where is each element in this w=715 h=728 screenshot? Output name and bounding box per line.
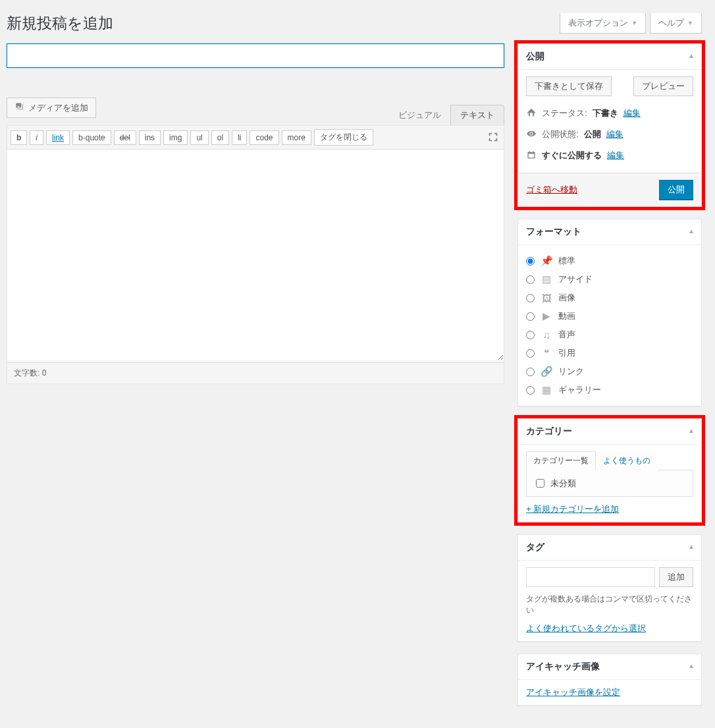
popular-tags-link[interactable]: よく使われているタグから選択 [526, 623, 646, 633]
toggle-icon[interactable]: ▲ [688, 543, 695, 550]
qt-del[interactable]: del [114, 130, 136, 145]
format-radio[interactable] [526, 275, 535, 284]
format-radio[interactable] [526, 368, 535, 376]
save-draft-button[interactable]: 下書きとして保存 [526, 76, 612, 96]
category-box-title: カテゴリー ▲ [518, 419, 701, 445]
format-label: 画像 [558, 292, 575, 304]
post-title-input[interactable] [7, 43, 504, 68]
format-icon: 🖼 [540, 291, 553, 304]
word-count: 文字数: 0 [7, 362, 504, 383]
tab-visual[interactable]: ビジュアル [388, 105, 450, 125]
format-radio[interactable] [526, 294, 535, 302]
format-option[interactable]: ♫音声 [526, 325, 693, 344]
set-featured-image-link[interactable]: アイキャッチ画像を設定 [526, 687, 620, 697]
visibility-label: 公開状態: [542, 128, 579, 140]
status-edit-link[interactable]: 編集 [623, 107, 641, 119]
visibility-edit-link[interactable]: 編集 [606, 128, 623, 140]
format-option[interactable]: 🔗リンク [526, 362, 693, 381]
format-label: 音声 [558, 329, 575, 341]
category-item[interactable]: 未分類 [533, 477, 686, 490]
format-label: リンク [558, 366, 584, 378]
schedule-edit-link[interactable]: 編集 [607, 150, 624, 161]
featured-image-box: アイキャッチ画像 ▲ アイキャッチ画像を設定 [517, 654, 702, 706]
format-radio[interactable] [526, 386, 535, 395]
format-option[interactable]: 📌標準 [526, 252, 693, 270]
caret-down-icon: ▼ [687, 20, 693, 26]
help-button[interactable]: ヘルプ ▼ [650, 13, 702, 34]
format-radio[interactable] [526, 349, 535, 358]
qt-ul[interactable]: ul [190, 130, 208, 145]
format-label: 動画 [558, 310, 575, 322]
format-box-title: フォーマット ▲ [518, 219, 701, 245]
add-new-category-link[interactable]: + 新規カテゴリーを追加 [526, 504, 619, 514]
status-label: ステータス: [542, 107, 587, 119]
tags-hint: タグが複数ある場合はコンマで区切ってください [526, 594, 693, 616]
quicktags-toolbar: b i link b-quote del ins img ul ol li co… [7, 126, 504, 150]
tags-box-title: タグ ▲ [518, 535, 701, 561]
eye-icon [526, 129, 537, 140]
qt-bold[interactable]: b [11, 130, 27, 145]
format-label: 引用 [558, 347, 575, 359]
qt-ins[interactable]: ins [139, 130, 161, 145]
qt-more[interactable]: more [282, 130, 311, 145]
category-tab-popular[interactable]: よく使うもの [596, 451, 658, 470]
format-label: ギャラリー [558, 384, 601, 396]
format-label: アサイド [558, 273, 593, 285]
category-checkbox[interactable] [536, 479, 544, 488]
toggle-icon[interactable]: ▲ [688, 662, 695, 669]
pin-icon [526, 108, 537, 119]
format-icon: ▦ [540, 383, 553, 397]
fullscreen-icon[interactable] [487, 131, 500, 144]
toggle-icon[interactable]: ▲ [688, 52, 695, 59]
qt-li[interactable]: li [232, 130, 247, 145]
tags-box: タグ ▲ 追加 タグが複数ある場合はコンマで区切ってください よく使われているタ… [517, 534, 702, 642]
format-icon: ▶ [540, 310, 553, 323]
tab-text[interactable]: テキスト [450, 105, 504, 125]
qt-italic[interactable]: i [30, 130, 43, 145]
qt-ol[interactable]: ol [211, 130, 229, 145]
category-tab-all[interactable]: カテゴリー一覧 [526, 451, 596, 470]
qt-bquote[interactable]: b-quote [72, 130, 111, 145]
screen-options-button[interactable]: 表示オプション ▼ [560, 13, 646, 34]
toggle-icon[interactable]: ▲ [688, 427, 695, 434]
publish-button[interactable]: 公開 [659, 180, 693, 200]
format-radio[interactable] [526, 312, 535, 321]
format-icon: ♫ [540, 328, 553, 341]
format-icon: ❝ [540, 347, 553, 360]
status-value: 下書き [593, 107, 618, 119]
move-to-trash-link[interactable]: ゴミ箱へ移動 [526, 184, 577, 196]
post-content-textarea[interactable] [7, 150, 504, 360]
format-option[interactable]: ▤アサイド [526, 270, 693, 289]
screen-options-label: 表示オプション [568, 17, 628, 29]
format-option[interactable]: ▦ギャラリー [526, 381, 693, 399]
tag-input[interactable] [526, 567, 655, 587]
format-radio[interactable] [526, 331, 535, 339]
format-icon: ▤ [540, 273, 553, 286]
format-radio[interactable] [526, 257, 535, 266]
media-icon [14, 101, 25, 114]
format-label: 標準 [558, 255, 575, 267]
qt-img[interactable]: img [163, 130, 188, 145]
format-box: フォーマット ▲ 📌標準▤アサイド🖼画像▶動画♫音声❝引用🔗リンク▦ギャラリー [517, 219, 702, 406]
add-tag-button[interactable]: 追加 [659, 567, 693, 587]
category-box: カテゴリー ▲ カテゴリー一覧 よく使うもの 未分類 + 新規カテゴリーを追加 [517, 418, 702, 522]
preview-button[interactable]: プレビュー [633, 76, 693, 96]
category-item-label: 未分類 [550, 478, 576, 490]
format-option[interactable]: 🖼画像 [526, 289, 693, 307]
format-option[interactable]: ▶動画 [526, 307, 693, 325]
help-label: ヘルプ [658, 17, 684, 29]
publish-box: 公開 ▲ 下書きとして保存 プレビュー ステータス: 下書き 編集 [517, 43, 702, 207]
format-icon: 🔗 [540, 365, 553, 378]
qt-code[interactable]: code [250, 130, 278, 145]
schedule-label: すぐに公開する [542, 150, 602, 161]
qt-link[interactable]: link [46, 130, 70, 145]
publish-box-title: 公開 ▲ [518, 44, 701, 70]
toggle-icon[interactable]: ▲ [688, 227, 695, 235]
format-option[interactable]: ❝引用 [526, 344, 693, 362]
add-media-label: メディアを追加 [28, 102, 88, 114]
qt-close-tags[interactable]: タグを閉じる [314, 129, 373, 146]
add-media-button[interactable]: メディアを追加 [7, 98, 96, 118]
featured-image-box-title: アイキャッチ画像 ▲ [518, 654, 701, 680]
format-icon: 📌 [540, 254, 553, 267]
caret-down-icon: ▼ [631, 20, 637, 26]
